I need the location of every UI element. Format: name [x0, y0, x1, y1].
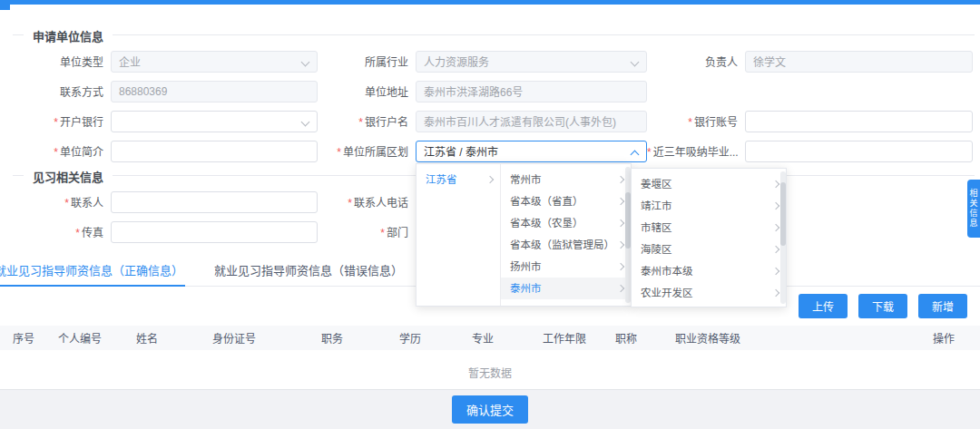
- graduates-input[interactable]: [745, 141, 973, 162]
- table-header-cell: 工作年限: [543, 330, 615, 346]
- intro-control: [111, 141, 318, 162]
- intro-label: 单位简介: [13, 143, 111, 159]
- field-unit-type: 单位类型: [13, 51, 318, 73]
- cascader-city-column: 常州市 省本级（省直） 省本级（农垦） 省本级（监狱管理局） 扬州市 泰州市: [501, 164, 631, 306]
- add-button[interactable]: 新增: [918, 294, 967, 318]
- form-row-4: 单位简介 单位所属区划 近三年吸纳毕业...: [13, 136, 975, 166]
- contact-phone-label: 联系人电话: [318, 194, 416, 210]
- tab-teacher-correct[interactable]: 就业见习指导师资信息（正确信息）: [0, 254, 185, 287]
- cascader-item-district[interactable]: 海陵区: [632, 239, 786, 260]
- bank-name-input[interactable]: [416, 111, 647, 132]
- upload-button[interactable]: 上传: [799, 294, 848, 318]
- tab-teacher-error[interactable]: 就业见习指导师资信息（错误信息）: [212, 254, 405, 286]
- field-bank-name: 银行户名: [318, 111, 647, 132]
- fax-control: [111, 221, 318, 243]
- region-cascader[interactable]: [416, 141, 647, 162]
- bank-input[interactable]: [111, 111, 318, 132]
- cascader-item-district[interactable]: 靖江市: [632, 195, 786, 217]
- address-label: 单位地址: [318, 83, 416, 99]
- region-label: 单位所属区划: [318, 143, 416, 159]
- contact-person-label: 联系人: [13, 194, 111, 210]
- contact-person-control: [111, 191, 318, 213]
- table-header-cell: 职称: [615, 330, 675, 346]
- address-control: [416, 81, 647, 102]
- chevron-right-icon: [772, 268, 779, 275]
- field-industry: 所属行业: [318, 51, 647, 73]
- bank-name-control: [416, 111, 647, 132]
- bank-label: 开户银行: [13, 113, 111, 129]
- leader-control: [745, 51, 973, 73]
- contact-control: [111, 81, 318, 102]
- cascader-item-district[interactable]: 农业开发区: [632, 282, 786, 304]
- department-label: 部门: [318, 224, 416, 239]
- fax-input[interactable]: [111, 221, 318, 243]
- table-header-cell: 专业: [472, 330, 543, 346]
- form-row-2: 联系方式 单位地址: [13, 76, 975, 106]
- table-header-cell: 姓名: [136, 330, 212, 346]
- table-header-cell: 职务: [321, 330, 399, 346]
- cascader-province-column: 江苏省: [416, 164, 501, 306]
- table-header-cell: 身份证号: [212, 330, 321, 346]
- cascader-item-city[interactable]: 省本级（省直）: [501, 190, 631, 212]
- region-cascader-popup: 江苏省 常州市 省本级（省直） 省本级（农垦） 省本级（监狱管理局） 扬州市 泰…: [416, 163, 632, 307]
- unit-type-label: 单位类型: [13, 54, 111, 69]
- footer-bar: 确认提交: [0, 389, 980, 429]
- side-drawer-handle[interactable]: 相关信息: [967, 180, 980, 238]
- chevron-right-icon: [772, 246, 779, 253]
- chevron-right-icon: [617, 285, 624, 292]
- bank-name-label: 银行户名: [318, 113, 416, 129]
- bank-no-input[interactable]: [745, 111, 973, 132]
- field-address: 单位地址: [318, 81, 647, 102]
- cascader-item-city[interactable]: 省本级（监狱管理局）: [501, 234, 631, 256]
- leader-label: 负责人: [647, 54, 745, 69]
- field-fax: 传真: [13, 221, 318, 243]
- chevron-right-icon: [617, 219, 624, 227]
- chevron-right-icon: [617, 263, 624, 270]
- section-title-unit: 申请单位信息: [24, 27, 113, 44]
- field-leader: 负责人: [647, 51, 975, 73]
- graduates-label: 近三年吸纳毕业...: [647, 143, 745, 159]
- cascader-item-province[interactable]: 江苏省: [416, 169, 500, 190]
- chevron-right-icon: [617, 241, 624, 249]
- confirm-submit-button[interactable]: 确认提交: [452, 395, 528, 424]
- download-button[interactable]: 下载: [858, 294, 907, 318]
- cascader-item-city[interactable]: 扬州市: [501, 256, 631, 278]
- cascader-item-city-selected[interactable]: 泰州市: [501, 278, 631, 299]
- unit-type-select[interactable]: [111, 51, 318, 73]
- chevron-right-icon: [772, 224, 779, 231]
- form-row-3: 开户银行 银行户名 银行账号: [13, 106, 975, 136]
- table-header-cell-operation: 操作: [924, 330, 980, 346]
- industry-select[interactable]: [416, 51, 647, 73]
- address-input[interactable]: [416, 81, 647, 102]
- cascader-item-city[interactable]: 省本级（农垦）: [501, 212, 631, 234]
- cascader-item-district[interactable]: 泰州市本级: [632, 260, 786, 282]
- field-region: 单位所属区划: [318, 141, 647, 162]
- field-intro: 单位简介: [13, 141, 318, 162]
- cascader-item-district[interactable]: 市辖区: [632, 217, 786, 239]
- chevron-right-icon: [617, 176, 624, 183]
- region-input[interactable]: [416, 141, 647, 162]
- field-bank: 开户银行: [13, 111, 318, 132]
- chevron-right-icon: [772, 289, 779, 297]
- cascader-item-city[interactable]: 常州市: [501, 169, 631, 190]
- table-header-row: 序号 个人编号 姓名 身份证号 职务 学历 专业 工作年限 职称 职业资格等级 …: [0, 326, 980, 350]
- contact-person-input[interactable]: [111, 191, 318, 213]
- chevron-right-icon: [486, 176, 494, 183]
- cascader-item-district[interactable]: 姜堰区: [632, 173, 786, 195]
- industry-label: 所属行业: [318, 54, 416, 69]
- app-window: 申请单位信息 单位类型 所属行业 负责人: [0, 0, 980, 429]
- field-contact-person: 联系人: [13, 191, 318, 213]
- field-graduates: 近三年吸纳毕业...: [647, 141, 975, 162]
- contact-input[interactable]: [111, 81, 318, 102]
- scrollbar-track[interactable]: [780, 171, 786, 304]
- field-contact: 联系方式: [13, 81, 318, 102]
- chevron-right-icon: [617, 198, 624, 205]
- form-row-1: 单位类型 所属行业 负责人: [13, 46, 975, 76]
- chevron-right-icon: [772, 202, 779, 210]
- leader-input[interactable]: [745, 51, 973, 73]
- industry-input[interactable]: [416, 51, 647, 73]
- scrollbar-thumb[interactable]: [780, 182, 786, 246]
- unit-type-input[interactable]: [111, 51, 318, 73]
- intro-input[interactable]: [111, 141, 318, 162]
- bank-select[interactable]: [111, 111, 318, 132]
